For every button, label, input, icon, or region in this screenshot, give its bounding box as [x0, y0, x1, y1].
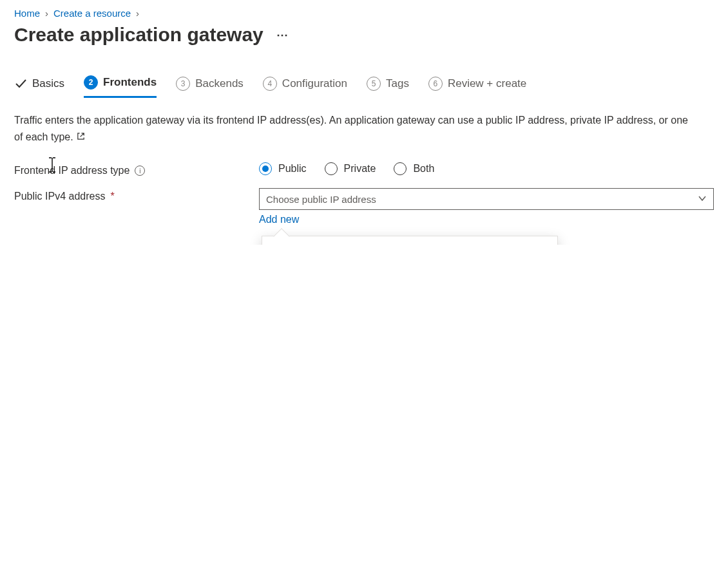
radio-label: Public: [278, 163, 307, 175]
tab-label: Basics: [32, 77, 64, 90]
checkmark-icon: [14, 77, 27, 90]
public-ip-select[interactable]: Choose public IP address: [259, 188, 714, 210]
tab-tags[interactable]: 5 Tags: [367, 73, 409, 97]
step-number-badge: 3: [176, 77, 190, 91]
page-title-text: Create application gateway: [14, 24, 263, 46]
more-actions-button[interactable]: ⋯: [276, 28, 289, 42]
radio-public[interactable]: Public: [259, 162, 307, 175]
tab-label: Tags: [386, 77, 409, 90]
breadcrumb-home[interactable]: Home: [14, 8, 40, 19]
required-indicator: *: [110, 191, 114, 202]
info-icon[interactable]: i: [135, 166, 145, 176]
radio-both[interactable]: Both: [394, 162, 434, 175]
tab-label: Review + create: [448, 77, 526, 90]
radio-private[interactable]: Private: [325, 162, 376, 175]
description-text: Traffic enters the application gateway v…: [14, 115, 688, 142]
frontend-ip-type-radio-group: Public Private Both: [259, 162, 714, 175]
public-ip-label: Public IPv4 address *: [14, 188, 259, 202]
tab-review-create[interactable]: 6 Review + create: [428, 73, 526, 97]
page-title: Create application gateway ⋯: [14, 24, 714, 46]
wizard-tabs: Basics 2 Frontends 3 Backends 4 Configur…: [14, 71, 714, 98]
radio-dot-icon: [325, 162, 338, 175]
tab-frontends[interactable]: 2 Frontends: [84, 71, 157, 98]
tab-label: Configuration: [282, 77, 347, 90]
frontends-description: Traffic enters the application gateway v…: [14, 112, 697, 146]
add-new-public-ip-link[interactable]: Add new: [259, 214, 299, 225]
step-number-badge: 2: [84, 75, 98, 90]
select-placeholder: Choose public IP address: [266, 194, 376, 205]
radio-dot-icon: [394, 162, 407, 175]
radio-dot-icon: [259, 162, 272, 175]
add-public-ip-callout: Add a public IP Name *: [262, 236, 558, 245]
step-number-badge: 5: [367, 77, 381, 91]
frontend-ip-type-label: Frontend IP address type i: [14, 162, 259, 176]
tab-configuration[interactable]: 4 Configuration: [263, 73, 347, 97]
step-number-badge: 4: [263, 77, 277, 91]
breadcrumb: Home › Create a resource ›: [14, 8, 714, 19]
step-number-badge: 6: [428, 77, 443, 91]
tab-label: Backends: [195, 77, 244, 90]
tab-backends[interactable]: 3 Backends: [176, 73, 244, 97]
external-link-icon[interactable]: [76, 129, 86, 146]
tab-label: Frontends: [103, 76, 157, 89]
chevron-right-icon: ›: [45, 8, 48, 19]
chevron-down-icon: [698, 194, 707, 205]
chevron-right-icon: ›: [136, 8, 139, 19]
radio-label: Both: [413, 163, 434, 175]
breadcrumb-create-resource[interactable]: Create a resource: [53, 8, 131, 19]
radio-label: Private: [344, 163, 376, 175]
tab-basics[interactable]: Basics: [14, 73, 64, 97]
